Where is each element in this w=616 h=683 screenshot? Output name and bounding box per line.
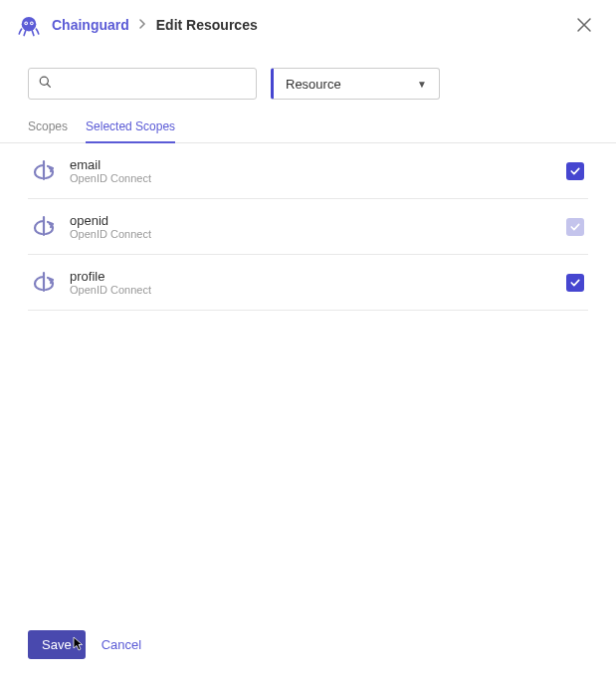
svg-point-4 — [31, 23, 33, 25]
cancel-link[interactable]: Cancel — [102, 637, 141, 652]
scope-info: email OpenID Connect — [70, 157, 552, 184]
search-input-wrapper[interactable] — [28, 68, 257, 100]
scope-info: profile OpenID Connect — [70, 269, 552, 296]
search-icon — [39, 76, 52, 92]
breadcrumb-link[interactable]: Chainguard — [52, 17, 129, 33]
openid-icon — [32, 271, 56, 295]
breadcrumb: Chainguard Edit Resources — [52, 17, 562, 33]
scope-row: profile OpenID Connect — [28, 255, 588, 311]
scope-resource: OpenID Connect — [70, 228, 552, 240]
resource-select[interactable]: Resource ▼ — [271, 68, 440, 100]
svg-point-3 — [25, 23, 27, 25]
cursor-icon — [70, 636, 84, 655]
caret-down-icon: ▼ — [417, 79, 427, 90]
header: Chainguard Edit Resources — [0, 0, 616, 50]
scope-name: openid — [70, 213, 552, 228]
search-input[interactable] — [60, 77, 246, 92]
chevron-right-icon — [139, 18, 146, 32]
scope-checkbox[interactable] — [566, 274, 584, 292]
logo-icon — [16, 12, 42, 38]
resource-select-label: Resource — [286, 77, 341, 92]
svg-point-0 — [22, 17, 37, 32]
openid-icon — [32, 215, 56, 239]
save-button-label: Save — [42, 637, 72, 652]
openid-icon — [32, 159, 56, 183]
controls-row: Resource ▼ — [0, 50, 616, 108]
tab-scopes[interactable]: Scopes — [28, 114, 68, 143]
scope-name: email — [70, 157, 552, 172]
save-button[interactable]: Save — [28, 630, 86, 659]
scope-resource: OpenID Connect — [70, 284, 552, 296]
scope-resource: OpenID Connect — [70, 172, 552, 184]
scope-name: profile — [70, 269, 552, 284]
scope-checkbox[interactable] — [566, 162, 584, 180]
tabs: Scopes Selected Scopes — [0, 108, 616, 143]
footer: Save Cancel — [28, 630, 141, 659]
scope-row: email OpenID Connect — [28, 143, 588, 199]
tab-selected-scopes[interactable]: Selected Scopes — [86, 114, 175, 143]
scope-checkbox-disabled — [566, 218, 584, 236]
scope-info: openid OpenID Connect — [70, 213, 552, 240]
page-title: Edit Resources — [156, 17, 258, 33]
scope-row: openid OpenID Connect — [28, 199, 588, 255]
close-button[interactable] — [572, 13, 596, 37]
scope-list: email OpenID Connect openid OpenID Conne… — [0, 143, 616, 311]
